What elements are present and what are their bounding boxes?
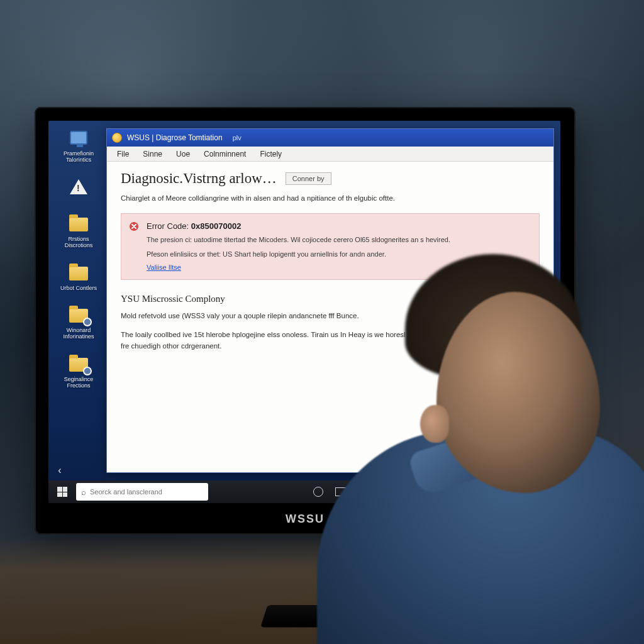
- taskbar-store-icon[interactable]: [353, 482, 374, 501]
- error-panel: Error Code: 0x850070002 The presion ci: …: [121, 213, 540, 280]
- folder-gear-icon: [68, 304, 89, 325]
- section-body-2: The loaily coollbed ive 15t hlerobe hplo…: [121, 330, 540, 352]
- taskbar: ⌕: [48, 480, 560, 503]
- desktop-icon-winonard-informatines[interactable]: Winonard Inforinatines: [55, 304, 103, 340]
- monitor-brand-label: WSSU: [286, 513, 325, 526]
- desktop-icon-label: Urbot Contlers: [60, 286, 97, 292]
- error-title-label: Error Code:: [147, 221, 189, 231]
- desktop-icon-label: Rrstions Discrotions: [56, 236, 101, 249]
- error-title: Error Code: 0x850070002: [147, 221, 530, 231]
- folder-icon: [68, 213, 89, 234]
- folder-icon: [68, 262, 89, 283]
- error-body-line1: The presion ci: uatodime titertad the Mi…: [147, 235, 530, 245]
- monitor-bezel: Pramefionin Talorintics Rrstions Discrot…: [35, 107, 575, 535]
- taskbar-cortana-icon[interactable]: [308, 482, 329, 501]
- taskbar-mail-icon[interactable]: [375, 482, 397, 501]
- desktop-icons-column: Pramefionin Talorintics Rrstions Discrot…: [55, 127, 103, 389]
- error-x-icon: [129, 221, 139, 231]
- desktop-icon-label: Pramefionin Talorintics: [56, 151, 101, 164]
- page-subheading: Chiarglet a of Meore colldiangrine with …: [121, 193, 540, 203]
- folder-gear-icon: [68, 353, 89, 374]
- desktop-icon-urbot-contlers[interactable]: Urbot Contlers: [55, 262, 103, 292]
- section-body-1: Mold refetvold use (WSS3 valy your a qou…: [121, 311, 540, 322]
- page-heading: Diagnosic.Vistrng arlow…: [121, 170, 277, 187]
- desktop-icon-label: Seginalince Frections: [56, 377, 101, 389]
- wsus-diagnostic-window: WSUS | Diagrose Tomtiation plv File Sinn…: [106, 128, 554, 473]
- error-details-link[interactable]: Valiise Iltse: [147, 264, 181, 271]
- desk-surface: [0, 537, 644, 644]
- menu-sinne[interactable]: Sinne: [136, 148, 169, 160]
- window-title: WSUS | Diagrose Tomtiation: [127, 133, 223, 142]
- taskbar-search-input[interactable]: [90, 488, 203, 496]
- desktop-icon-rations-descriptions[interactable]: Rrstions Discrotions: [55, 213, 103, 249]
- desktop-icon-seginatince-frections[interactable]: Seginalince Frections: [55, 353, 103, 389]
- taskbar-pinned-icons: [308, 482, 442, 501]
- taskbar-taskview-icon[interactable]: [330, 482, 352, 501]
- desktop-screen: Pramefionin Talorintics Rrstions Discrot…: [48, 121, 560, 503]
- keyboard: [260, 605, 431, 627]
- taskbar-home-icon[interactable]: [398, 482, 419, 501]
- app-shield-icon: [112, 133, 122, 143]
- menu-uoe[interactable]: Uoe: [170, 148, 196, 160]
- window-titlebar[interactable]: WSUS | Diagrose Tomtiation plv: [107, 129, 553, 147]
- menu-fictely[interactable]: Fictely: [253, 148, 288, 160]
- sidebar-collapse-chevron-icon[interactable]: ‹: [53, 464, 66, 477]
- desktop-icon-promotion-information[interactable]: Pramefionin Talorintics: [55, 127, 103, 164]
- menu-file[interactable]: File: [111, 148, 135, 160]
- error-code-value: 0x850070002: [191, 221, 242, 231]
- monitor-icon: [68, 127, 89, 148]
- warning-triangle-icon: [68, 176, 89, 197]
- window-content: Diagnosic.Vistrng arlow… Conner by Chiar…: [107, 162, 553, 472]
- search-icon: ⌕: [81, 487, 86, 497]
- menu-colnminnent[interactable]: Colnminnent: [197, 148, 252, 160]
- menu-bar: File Sinne Uoe Colnminnent Fictely: [107, 147, 553, 162]
- taskbar-app-icon[interactable]: [421, 482, 442, 501]
- start-button[interactable]: [51, 482, 74, 501]
- desktop-icon-warning[interactable]: [55, 176, 103, 200]
- conner-by-button[interactable]: Conner by: [286, 172, 331, 185]
- desktop-icon-label: Winonard Inforinatines: [56, 328, 101, 340]
- window-title-suffix: plv: [233, 134, 242, 142]
- error-body-line2: Pfeson elinlisiics or thet: US Shart hel…: [147, 249, 530, 260]
- section-title: YSU Miscrossic Complony: [121, 294, 540, 304]
- taskbar-search[interactable]: ⌕: [76, 483, 208, 501]
- windows-logo-icon: [57, 487, 67, 497]
